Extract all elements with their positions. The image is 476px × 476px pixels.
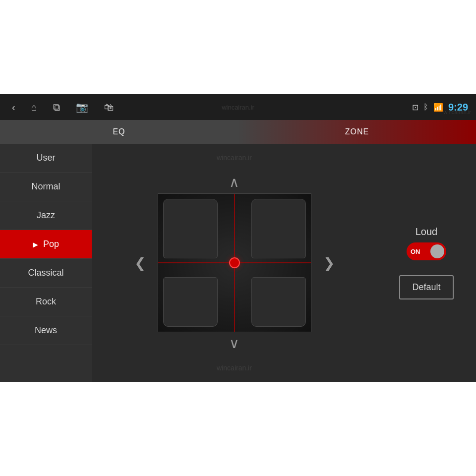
windows-button[interactable]: ⧉ <box>49 100 64 115</box>
sidebar-item-pop[interactable]: ▶ Pop <box>0 230 92 259</box>
sidebar-item-rock[interactable]: Rock <box>0 288 92 316</box>
cast-icon: ⊡ <box>412 103 418 112</box>
loud-section: Loud ON <box>407 226 446 260</box>
tab-zone[interactable]: ZONE <box>238 120 476 144</box>
main-content: User Normal Jazz ▶ Pop Classical Rock <box>0 144 476 382</box>
sidebar-item-classical[interactable]: Classical <box>0 259 92 288</box>
seat-top-left <box>163 199 218 258</box>
zone-up-arrow[interactable]: ∧ <box>222 171 246 193</box>
loud-label: Loud <box>416 226 438 238</box>
camera-button[interactable]: 📷 <box>72 99 92 115</box>
seat-top-right <box>251 199 306 258</box>
status-right-icons: ⊡ ᛒ 📶 9:29 <box>412 102 468 113</box>
zone-down-arrow[interactable]: ∨ <box>222 332 246 355</box>
default-button[interactable]: Default <box>399 275 453 299</box>
sidebar-item-jazz[interactable]: Jazz <box>0 201 92 230</box>
loud-toggle[interactable]: ON <box>407 242 446 260</box>
sidebar-item-news[interactable]: News <box>0 316 92 345</box>
sidebar-item-normal[interactable]: Normal <box>0 173 92 201</box>
tab-eq[interactable]: EQ <box>0 120 238 144</box>
zone-middle: ❮ ❯ <box>127 193 342 332</box>
crosshair-dot <box>229 257 240 268</box>
toggle-knob <box>430 244 444 258</box>
zone-image[interactable] <box>158 193 311 332</box>
bluetooth-icon: ᛒ <box>423 103 428 112</box>
seat-bottom-right <box>251 277 306 327</box>
back-button[interactable]: ‹ <box>8 100 19 115</box>
car-interior <box>158 194 311 332</box>
outer-frame: ‹ ⌂ ⧉ 📷 🛍 wincairan.ir ⊡ ᛒ 📶 9:29 EQ ZON… <box>0 0 476 476</box>
status-bar: ‹ ⌂ ⧉ 📷 🛍 wincairan.ir ⊡ ᛒ 📶 9:29 <box>0 94 476 120</box>
zone-left-arrow[interactable]: ❮ <box>127 252 153 274</box>
right-panel: wincairan.ir Loud ON Default <box>377 144 476 382</box>
seat-bottom-left <box>163 277 218 327</box>
watermark-zone-bottom: wincairan.ir <box>217 364 252 372</box>
home-button[interactable]: ⌂ <box>27 100 41 115</box>
watermark-top: wincairan.ir <box>222 104 254 111</box>
clock-display: 9:29 <box>448 102 468 113</box>
watermark-zone-top: wincairan.ir <box>217 154 252 162</box>
wifi-icon: 📶 <box>433 103 443 112</box>
tab-bar: EQ ZONE <box>0 120 476 144</box>
device-screen: ‹ ⌂ ⧉ 📷 🛍 wincairan.ir ⊡ ᛒ 📶 9:29 EQ ZON… <box>0 94 476 382</box>
zone-right-arrow[interactable]: ❯ <box>316 252 342 274</box>
bag-button[interactable]: 🛍 <box>100 100 118 115</box>
sidebar: User Normal Jazz ▶ Pop Classical Rock <box>0 144 92 382</box>
play-icon: ▶ <box>33 240 38 248</box>
sidebar-item-user[interactable]: User <box>0 144 92 173</box>
toggle-on-text: ON <box>411 248 420 255</box>
zone-panel: wincairan.ir wincairan.ir ∧ ❮ <box>92 144 377 382</box>
